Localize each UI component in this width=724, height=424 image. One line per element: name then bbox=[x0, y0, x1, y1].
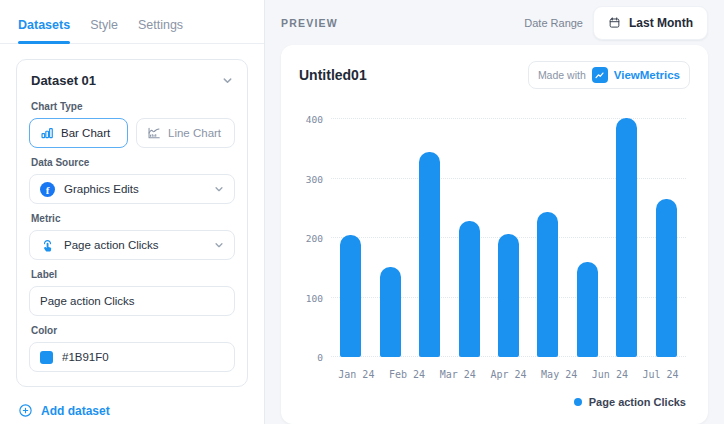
bar-chart-button[interactable]: Bar Chart bbox=[29, 118, 128, 148]
bar[interactable] bbox=[498, 234, 519, 357]
label-input[interactable] bbox=[40, 295, 224, 307]
sidebar-tabs: Datasets Style Settings bbox=[0, 0, 264, 44]
bar[interactable] bbox=[340, 235, 361, 357]
date-range-button[interactable]: Last Month bbox=[593, 6, 708, 40]
plus-circle-icon bbox=[18, 403, 33, 418]
bar[interactable] bbox=[616, 118, 637, 357]
chart-title: Untitled01 bbox=[299, 67, 367, 83]
viewmetrics-logo-icon bbox=[592, 67, 608, 83]
x-axis-tick: May 24 bbox=[541, 369, 577, 380]
bar[interactable] bbox=[577, 262, 598, 357]
line-chart-button-label: Line Chart bbox=[168, 127, 221, 139]
date-range-value: Last Month bbox=[629, 16, 693, 30]
data-source-value: Graphics Edits bbox=[64, 183, 139, 195]
x-axis-tick: Jul 24 bbox=[643, 369, 679, 380]
date-range-group: Date Range Last Month bbox=[524, 6, 708, 40]
made-with-badge[interactable]: Made with ViewMetrics bbox=[528, 61, 690, 89]
date-range-label: Date Range bbox=[524, 17, 583, 29]
bars-container bbox=[331, 119, 686, 357]
plot-area: 0100200300400 bbox=[331, 119, 686, 357]
preview-panel: PREVIEW Date Range Last Month Untitled01… bbox=[264, 0, 724, 424]
dataset-title: Dataset 01 bbox=[31, 73, 96, 88]
chart-legend[interactable]: Page action Clicks bbox=[299, 396, 686, 408]
color-field-label: Color bbox=[31, 325, 233, 336]
facebook-icon bbox=[40, 182, 55, 197]
metric-select[interactable]: Page action Clicks bbox=[29, 230, 235, 260]
badge-prefix: Made with bbox=[538, 69, 586, 81]
metric-value: Page action Clicks bbox=[64, 239, 159, 251]
y-axis-tick: 200 bbox=[299, 233, 323, 244]
x-axis-tick: Feb 24 bbox=[389, 369, 425, 380]
color-field-wrap bbox=[29, 342, 235, 372]
bar[interactable] bbox=[459, 221, 480, 357]
x-axis-tick: Jan 24 bbox=[338, 369, 374, 380]
tab-settings[interactable]: Settings bbox=[138, 18, 183, 43]
dataset-panel: Dataset 01 Chart Type Bar Chart Line Cha… bbox=[16, 59, 248, 387]
chart-type-row: Bar Chart Line Chart bbox=[29, 118, 235, 148]
legend-label: Page action Clicks bbox=[589, 396, 686, 408]
add-dataset-label: Add dataset bbox=[41, 404, 110, 418]
chart-card: Untitled01 Made with ViewMetrics 0100200… bbox=[281, 45, 708, 424]
y-axis-tick: 0 bbox=[299, 352, 323, 363]
label-field-wrap bbox=[29, 286, 235, 316]
chevron-down-icon bbox=[214, 240, 224, 250]
line-chart-button[interactable]: Line Chart bbox=[136, 118, 235, 148]
y-axis-tick: 300 bbox=[299, 174, 323, 185]
data-source-select[interactable]: Graphics Edits bbox=[29, 174, 235, 204]
chevron-down-icon bbox=[222, 75, 233, 86]
badge-brand: ViewMetrics bbox=[614, 69, 680, 81]
legend-dot-icon bbox=[574, 398, 582, 406]
chart-card-header: Untitled01 Made with ViewMetrics bbox=[299, 61, 690, 89]
x-axis-labels: Jan 24Feb 24Mar 24Apr 24May 24Jun 24Jul … bbox=[331, 369, 686, 380]
bar[interactable] bbox=[419, 152, 440, 357]
bar-chart-icon bbox=[40, 126, 54, 140]
config-sidebar: Datasets Style Settings Dataset 01 Chart… bbox=[0, 0, 264, 424]
bar[interactable] bbox=[537, 212, 558, 357]
dataset-panel-header[interactable]: Dataset 01 bbox=[29, 60, 235, 92]
color-swatch[interactable] bbox=[40, 351, 53, 364]
line-chart-icon bbox=[147, 126, 161, 140]
metric-label: Metric bbox=[31, 213, 233, 224]
data-source-label: Data Source bbox=[31, 157, 233, 168]
tap-click-icon bbox=[40, 238, 55, 253]
calendar-icon bbox=[608, 16, 621, 29]
chart-type-label: Chart Type bbox=[31, 101, 233, 112]
add-dataset-button[interactable]: Add dataset bbox=[18, 403, 246, 418]
preview-title: PREVIEW bbox=[281, 17, 338, 29]
bar[interactable] bbox=[380, 267, 401, 357]
bar-chart-button-label: Bar Chart bbox=[61, 127, 110, 139]
tab-style[interactable]: Style bbox=[90, 18, 118, 43]
x-axis-tick: Apr 24 bbox=[490, 369, 526, 380]
x-axis-tick: Jun 24 bbox=[592, 369, 628, 380]
x-axis-tick: Mar 24 bbox=[440, 369, 476, 380]
tab-datasets[interactable]: Datasets bbox=[18, 18, 70, 43]
preview-header: PREVIEW Date Range Last Month bbox=[281, 0, 708, 45]
color-input[interactable] bbox=[62, 351, 224, 363]
y-axis-tick: 100 bbox=[299, 293, 323, 304]
bar[interactable] bbox=[656, 199, 677, 357]
y-axis-tick: 400 bbox=[299, 114, 323, 125]
chevron-down-icon bbox=[214, 184, 224, 194]
label-field-label: Label bbox=[31, 269, 233, 280]
